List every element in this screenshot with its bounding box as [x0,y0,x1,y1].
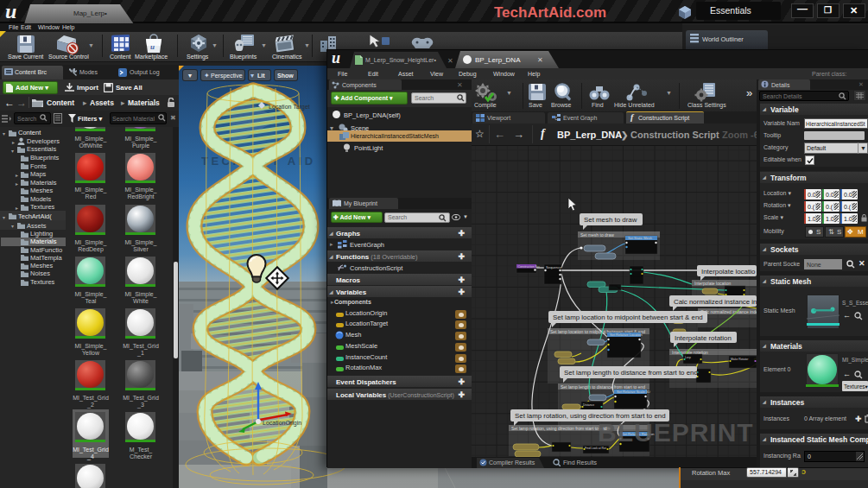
svg-text:Interpolate locatio: Interpolate locatio [701,268,756,276]
svg-text:Set lamp rotation, using direc: Set lamp rotation, using direction from … [511,426,607,431]
svg-text:u: u [150,42,155,51]
svg-text:Lerp: Lerp [685,356,691,359]
svg-text:Distance: Distance [583,403,594,407]
svg-text:Location Target: Location Target [269,104,310,111]
svg-text:Construction Scr: Construction Scr [518,265,541,269]
svg-text:Find Look at Rot: Find Look at Rot [585,447,606,450]
svg-text:Set lamp location to midpoint: Set lamp location to midpoint between st… [553,314,703,321]
svg-text:Interpolate rotation: Interpolate rotation [672,350,708,355]
svg-text:BLUEPRINT: BLUEPRINT [598,418,754,447]
svg-text:Set Relative Scale 3D: Set Relative Scale 3D [617,390,650,394]
svg-text:Calc normalized instance ind: Calc normalized instance ind [674,298,757,306]
svg-text:Set Relative Location: Set Relative Location [610,333,643,337]
svg-text:Set lamp length to distance fr: Set lamp length to distance from start t… [564,369,698,377]
svg-text:Set mesh to draw: Set mesh to draw [584,216,637,224]
svg-text:Calc normalized instance index: Calc normalized instance index [700,309,757,314]
svg-text:Make Rotator: Make Rotator [731,358,749,361]
svg-text:Set lamp length to distance fr: Set lamp length to distance from start t… [561,384,645,390]
svg-text:Interpolate location: Interpolate location [694,281,731,286]
svg-text:Interpolate rotation: Interpolate rotation [675,334,732,342]
svg-text:Set mesh to draw: Set mesh to draw [580,232,614,238]
svg-text:Sequence: Sequence [546,265,562,269]
svg-text:LocationOrigin: LocationOrigin [263,420,301,427]
svg-text:Set Static Mesh: Set Static Mesh [628,236,652,240]
